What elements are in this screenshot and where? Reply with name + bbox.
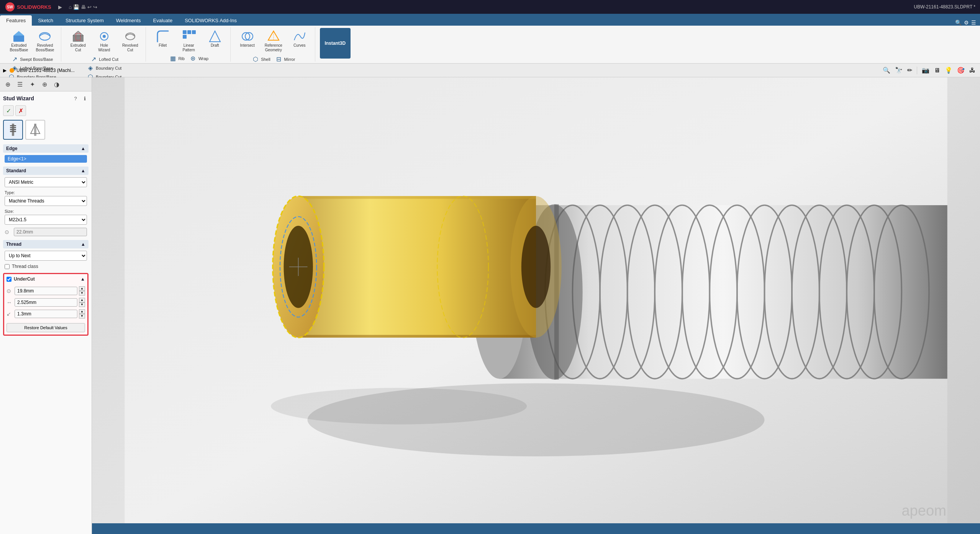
panel-tool-4[interactable]: ⊕ xyxy=(39,79,50,90)
curves-label: Curves xyxy=(293,43,306,48)
size-select[interactable]: M22x1.5 M22x2 M20x1.5 xyxy=(5,215,87,225)
help-icon[interactable]: ? xyxy=(72,95,79,102)
fillet-label: Fillet xyxy=(159,43,167,48)
redo-icon[interactable]: ↪ xyxy=(93,4,97,10)
shell-btn[interactable]: ⬡ Shell xyxy=(250,55,272,64)
main-area: ⊕ ☰ ✦ ⊕ ◑ Stud Wizard ? ℹ ✓ ✗ xyxy=(0,77,980,534)
undercut-value1-row: ⊙ ▲ ▼ xyxy=(7,286,85,296)
tab-addins[interactable]: SOLIDWORKS Add-Ins xyxy=(179,15,243,26)
edge-value[interactable]: Edge<1> xyxy=(5,155,87,163)
settings-icon[interactable]: ⚙ xyxy=(964,20,969,26)
undercut-value3-row: ↙ ▲ ▼ xyxy=(7,309,85,318)
undercut-section-header[interactable]: UnderCut ▲ xyxy=(7,276,85,284)
diameter-icon: ⊙ xyxy=(5,229,12,235)
mirror-label: Mirror xyxy=(284,57,295,62)
stud-type-2-btn[interactable] xyxy=(25,120,45,140)
standard-collapse-icon: ▲ xyxy=(81,168,85,173)
linear-pattern-btn[interactable]: LinearPattern xyxy=(177,28,201,54)
revolved-boss-btn[interactable]: RevolvedBoss/Base xyxy=(33,28,57,54)
extruded-boss-label: ExtrudedBoss/Base xyxy=(10,43,28,52)
panel-title-row: Stud Wizard ? ℹ xyxy=(3,95,88,102)
statusbar xyxy=(92,523,980,534)
search-icon[interactable]: 🔍 xyxy=(955,20,962,26)
thread-section-header[interactable]: Thread ▲ xyxy=(3,240,88,248)
ribbon-content: ExtrudedBoss/Base RevolvedBoss/Base ↗ Sw… xyxy=(0,26,980,63)
standard-section-header[interactable]: Standard ▲ xyxy=(3,167,88,175)
hole-wizard-btn[interactable]: HoleWizard xyxy=(92,28,116,54)
restore-defaults-btn[interactable]: Restore Default Values xyxy=(7,323,85,332)
undercut-spin-up-1[interactable]: ▲ xyxy=(79,286,85,291)
extruded-cut-label: ExtrudedCut xyxy=(70,43,86,52)
panel-tool-2[interactable]: ☰ xyxy=(15,79,25,90)
type-select[interactable]: Machine Threads Wood Threads Tapping Scr… xyxy=(5,196,87,206)
view-icon-6[interactable]: 💡 xyxy=(943,66,954,75)
extruded-boss-btn[interactable]: ExtrudedBoss/Base xyxy=(7,28,31,54)
undercut-spin-down-1[interactable]: ▼ xyxy=(79,291,85,296)
view-icon-7[interactable]: 🎯 xyxy=(955,66,966,75)
tab-sketch[interactable]: Sketch xyxy=(32,15,59,26)
swept-boss-btn[interactable]: ↗ Swept Boss/Base xyxy=(9,55,54,64)
viewport[interactable]: apeom xyxy=(92,77,980,534)
ok-button[interactable]: ✓ xyxy=(3,105,14,116)
cancel-button[interactable]: ✗ xyxy=(15,105,26,116)
tree-arrow[interactable]: ▶ xyxy=(3,68,7,73)
extruded-cut-btn[interactable]: ExtrudedCut xyxy=(66,28,90,54)
undercut-input-2[interactable] xyxy=(15,298,77,307)
intersect-btn[interactable]: Intersect xyxy=(235,28,260,54)
home-icon[interactable]: ⌂ xyxy=(69,4,72,10)
tab-features[interactable]: Features xyxy=(0,15,32,26)
panel-tool-5[interactable]: ◑ xyxy=(51,79,62,90)
ribbon-group-features: Fillet LinearPattern xyxy=(147,27,231,62)
undercut-spin-down-3[interactable]: ▼ xyxy=(79,314,85,318)
panel-tool-1[interactable]: ⊕ xyxy=(2,79,13,90)
undercut-input-1[interactable] xyxy=(15,287,77,295)
edge-collapse-icon: ▲ xyxy=(81,146,85,151)
reference-geometry-btn[interactable]: ReferenceGeometry xyxy=(261,28,286,54)
lofted-cut-btn[interactable]: ◈ Boundary Cut xyxy=(85,64,123,72)
view-icon-1[interactable]: 🔍 xyxy=(881,66,892,75)
view-icon-5[interactable]: 🖥 xyxy=(932,66,942,75)
svg-rect-2 xyxy=(13,36,24,42)
edge-section-header[interactable]: Edge ▲ xyxy=(3,144,88,153)
curves-btn[interactable]: Curves xyxy=(287,28,312,54)
type-label: Type: xyxy=(5,190,87,195)
undo-icon[interactable]: ↩ xyxy=(87,4,92,10)
view-icon-3[interactable]: ✏ xyxy=(906,66,914,75)
wrap-btn[interactable]: ⊛ Wrap xyxy=(188,54,210,63)
draft-btn[interactable]: Draft xyxy=(203,28,227,54)
rib-btn[interactable]: ▦ Rib xyxy=(167,54,186,63)
panel-tool-3[interactable]: ✦ xyxy=(27,79,38,90)
undercut-spin-down-2[interactable]: ▼ xyxy=(79,302,85,307)
options-icon[interactable]: ☰ xyxy=(971,20,976,26)
info-icon[interactable]: ℹ xyxy=(81,95,88,102)
tab-weldments[interactable]: Weldments xyxy=(110,15,147,26)
svg-point-9 xyxy=(103,35,106,38)
view-icon-8[interactable]: 🖧 xyxy=(968,66,977,75)
thread-class-checkbox[interactable] xyxy=(5,264,10,269)
instant3d-btn[interactable]: Instant3D xyxy=(320,28,351,59)
view-icon-2[interactable]: 🔭 xyxy=(893,66,904,75)
ribbon-group-instant3d: Instant3D xyxy=(317,27,354,62)
view-icon-4[interactable]: 📷 xyxy=(920,66,931,75)
thread-end-select[interactable]: Up to Next Blind Through All xyxy=(5,251,87,261)
diameter-input[interactable] xyxy=(14,228,87,236)
svg-rect-13 xyxy=(192,30,196,34)
print-icon[interactable]: 🖶 xyxy=(81,4,86,10)
lofted-cut-label: Boundary Cut xyxy=(96,66,121,70)
app-name: SOLIDWORKS xyxy=(17,4,51,10)
swept-cut-btn[interactable]: ↗ Lofted Cut xyxy=(88,55,120,64)
tab-structure[interactable]: Structure System xyxy=(59,15,110,26)
undercut-spin-up-3[interactable]: ▲ xyxy=(79,309,85,314)
undercut-input-3[interactable] xyxy=(15,310,77,318)
undercut-checkbox[interactable] xyxy=(7,277,11,282)
revolved-cut-btn[interactable]: RevolvedCut xyxy=(118,28,143,54)
undercut-spinner-3: ▲ ▼ xyxy=(79,309,85,318)
stud-type-1-btn[interactable] xyxy=(3,120,23,140)
standard-select[interactable]: ANSI Metric ANSI Inch ISO xyxy=(5,177,87,187)
fillet-btn[interactable]: Fillet xyxy=(151,28,175,54)
save-icon[interactable]: 💾 xyxy=(73,4,79,10)
undercut-spin-up-2[interactable]: ▲ xyxy=(79,298,85,302)
tab-evaluate[interactable]: Evaluate xyxy=(147,15,179,26)
mirror-btn[interactable]: ⊟ Mirror xyxy=(274,55,297,64)
undercut-section: UnderCut ▲ ⊙ ▲ ▼ ↔ ▲ xyxy=(3,273,88,336)
